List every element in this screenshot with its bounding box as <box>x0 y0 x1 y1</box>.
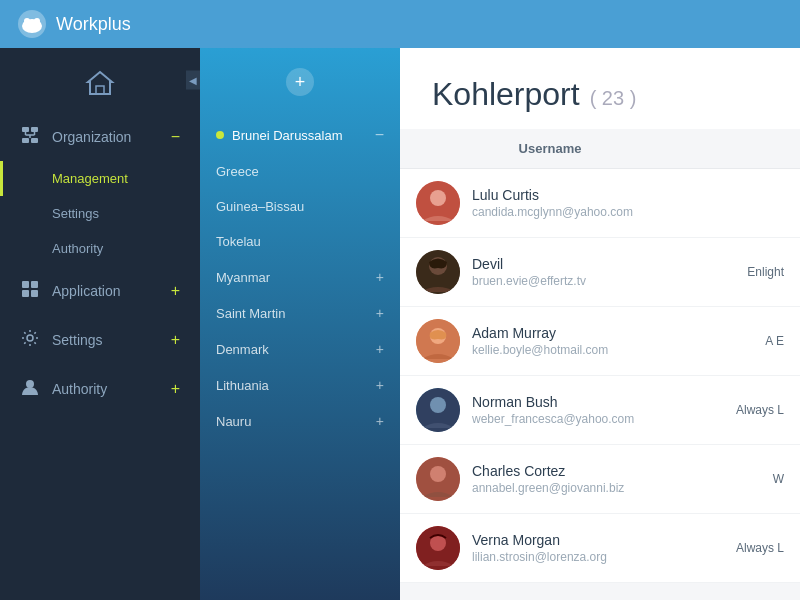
add-country-button[interactable]: + <box>286 68 314 96</box>
svg-rect-14 <box>31 281 38 288</box>
table-row[interactable]: Norman Bush weber_francesca@yahoo.com Al… <box>400 376 800 445</box>
user-name: Adam Murray <box>472 325 692 341</box>
col-role <box>684 141 784 156</box>
user-email: kellie.boyle@hotmail.com <box>472 343 692 357</box>
svg-rect-5 <box>22 127 29 132</box>
sidebar-item-authority-sub[interactable]: Authority <box>0 231 200 266</box>
logo-icon <box>16 8 48 40</box>
saint-martin-plus[interactable]: + <box>376 305 384 321</box>
sidebar-home[interactable]: ◀ <box>0 48 200 112</box>
col-username: Username <box>416 141 684 156</box>
user-info: Devil bruen.evie@effertz.tv <box>472 256 692 288</box>
user-role: Always L <box>704 541 784 555</box>
user-email: bruen.evie@effertz.tv <box>472 274 692 288</box>
collapse-arrow[interactable]: ◀ <box>186 71 200 90</box>
application-icon <box>20 280 40 301</box>
sidebar-item-settings[interactable]: Settings + <box>0 315 200 364</box>
table-row[interactable]: Verna Morgan lilian.strosin@lorenza.org … <box>400 514 800 583</box>
table-row[interactable]: Devil bruen.evie@effertz.tv Enlight <box>400 238 800 307</box>
table-header: Username <box>400 129 800 169</box>
country-item-myanmar[interactable]: Myanmar + <box>200 259 400 295</box>
nauru-plus[interactable]: + <box>376 413 384 429</box>
myanmar-plus[interactable]: + <box>376 269 384 285</box>
svg-point-2 <box>24 18 30 24</box>
application-label: Application <box>52 283 159 299</box>
sidebar-item-settings-sub[interactable]: Settings <box>0 196 200 231</box>
users-table: Username Lulu Curtis candida. <box>400 129 800 583</box>
left-sidebar: ◀ Organization − Management <box>0 48 200 600</box>
page-title: Kohlerport ( 23 ) <box>432 76 768 113</box>
middle-header: + <box>200 48 400 116</box>
main-content: ◀ Organization − Management <box>0 48 800 600</box>
country-name-lithuania: Lithuania <box>216 378 376 393</box>
denmark-plus[interactable]: + <box>376 341 384 357</box>
avatar <box>416 457 460 501</box>
user-role: A E <box>704 334 784 348</box>
user-name: Verna Morgan <box>472 532 692 548</box>
svg-rect-13 <box>22 281 29 288</box>
settings-toggle[interactable]: + <box>171 331 180 349</box>
country-item-tokelau[interactable]: Tokelau <box>200 224 400 259</box>
user-name: Norman Bush <box>472 394 692 410</box>
lithuania-plus[interactable]: + <box>376 377 384 393</box>
user-info: Charles Cortez annabel.green@giovanni.bi… <box>472 463 692 495</box>
country-name-myanmar: Myanmar <box>216 270 376 285</box>
right-content: Kohlerport ( 23 ) Username <box>400 48 800 600</box>
country-item-lithuania[interactable]: Lithuania + <box>200 367 400 403</box>
table-row[interactable]: Charles Cortez annabel.green@giovanni.bi… <box>400 445 800 514</box>
table-row[interactable]: Adam Murray kellie.boyle@hotmail.com A E <box>400 307 800 376</box>
avatar <box>416 181 460 225</box>
country-item-nauru[interactable]: Nauru + <box>200 403 400 439</box>
top-header: Workplus <box>0 0 800 48</box>
user-info: Norman Bush weber_francesca@yahoo.com <box>472 394 692 426</box>
svg-point-20 <box>430 190 446 206</box>
settings-label: Settings <box>52 332 159 348</box>
country-item-guinea[interactable]: Guinea–Bissau <box>200 189 400 224</box>
country-item-greece[interactable]: Greece <box>200 154 400 189</box>
svg-rect-8 <box>31 138 38 143</box>
svg-point-26 <box>430 397 446 413</box>
logo-area: Workplus <box>16 8 131 40</box>
active-dot <box>216 131 224 139</box>
country-item-brunei[interactable]: Brunei Darussalam − <box>200 116 400 154</box>
svg-point-17 <box>27 335 33 341</box>
user-info: Lulu Curtis candida.mcglynn@yahoo.com <box>472 187 692 219</box>
application-toggle[interactable]: + <box>171 282 180 300</box>
user-role: Enlight <box>704 265 784 279</box>
country-item-denmark[interactable]: Denmark + <box>200 331 400 367</box>
brunei-minus[interactable]: − <box>375 126 384 144</box>
country-name-guinea: Guinea–Bissau <box>216 199 384 214</box>
country-name-brunei: Brunei Darussalam <box>216 128 375 143</box>
user-email: annabel.green@giovanni.biz <box>472 481 692 495</box>
svg-rect-6 <box>31 127 38 132</box>
svg-rect-4 <box>96 86 104 94</box>
authority-toggle[interactable]: + <box>171 380 180 398</box>
organization-toggle[interactable]: − <box>171 128 180 146</box>
management-label: Management <box>52 171 128 186</box>
country-name-nauru: Nauru <box>216 414 376 429</box>
country-name-saint-martin: Saint Martin <box>216 306 376 321</box>
sidebar-item-application[interactable]: Application + <box>0 266 200 315</box>
country-name-greece: Greece <box>216 164 384 179</box>
home-icon[interactable] <box>84 68 116 96</box>
authority-label: Authority <box>52 381 159 397</box>
content-header: Kohlerport ( 23 ) <box>400 48 800 129</box>
organization-label: Organization <box>52 129 159 145</box>
app-title: Workplus <box>56 14 131 35</box>
sidebar-item-management[interactable]: Management <box>0 161 200 196</box>
svg-point-3 <box>34 18 40 24</box>
svg-point-28 <box>430 466 446 482</box>
settings-icon <box>20 329 40 350</box>
authority-icon <box>20 378 40 399</box>
sidebar-item-organization[interactable]: Organization − <box>0 112 200 161</box>
table-row[interactable]: Lulu Curtis candida.mcglynn@yahoo.com <box>400 169 800 238</box>
user-role: W <box>704 472 784 486</box>
sidebar-item-authority[interactable]: Authority + <box>0 364 200 413</box>
country-name-tokelau: Tokelau <box>216 234 384 249</box>
user-info: Verna Morgan lilian.strosin@lorenza.org <box>472 532 692 564</box>
user-role: Always L <box>704 403 784 417</box>
middle-panel: + Brunei Darussalam − Greece Guinea–Biss… <box>200 48 400 600</box>
country-item-saint-martin[interactable]: Saint Martin + <box>200 295 400 331</box>
user-name: Devil <box>472 256 692 272</box>
authority-sub-label: Authority <box>52 241 103 256</box>
